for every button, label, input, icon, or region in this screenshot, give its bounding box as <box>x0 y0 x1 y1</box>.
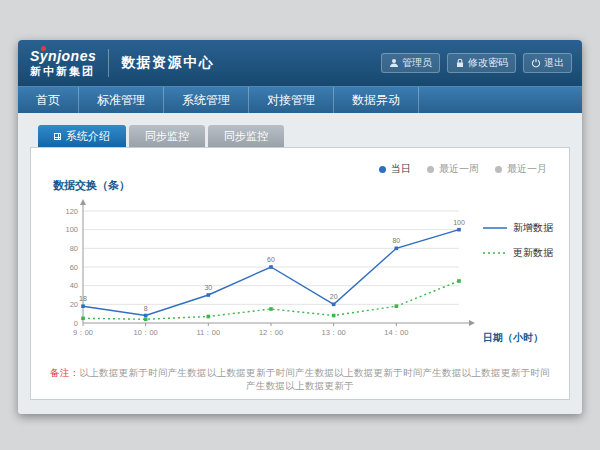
svg-text:11：00: 11：00 <box>197 328 221 337</box>
chart-panel: 当日 最近一周 最近一月 数据交换（条） 0204060801001209：00… <box>30 147 570 400</box>
chart-y-axis-title: 数据交换（条） <box>53 178 553 193</box>
logo-subtitle: 新中新集团 <box>30 66 96 77</box>
change-password-button[interactable]: 修改密码 <box>447 53 516 73</box>
user-icon <box>389 58 399 68</box>
header-actions: 管理员 修改密码 退出 <box>381 53 572 73</box>
nav-item-standard-mgmt[interactable]: 标准管理 <box>79 87 164 113</box>
svg-text:80: 80 <box>70 244 78 253</box>
svg-text:18: 18 <box>79 295 87 302</box>
logout-button[interactable]: 退出 <box>523 53 572 73</box>
header-divider <box>108 49 109 77</box>
svg-text:0: 0 <box>74 319 78 328</box>
line-sample-icon <box>483 248 507 259</box>
filter-last-week[interactable]: 最近一周 <box>427 162 479 176</box>
svg-text:100: 100 <box>65 225 78 234</box>
brand-logo: Synjones 新中新集团 <box>28 49 96 77</box>
logo-star-icon <box>41 46 46 51</box>
chart-wrap: 0204060801001209：0010：0011：0012：0013：001… <box>47 195 477 351</box>
legend-label: 更新数据 <box>513 246 553 260</box>
chart-x-axis-title: 日期（小时） <box>483 331 553 345</box>
tab-system-intro[interactable]: 系统介绍 <box>38 125 126 147</box>
line-chart: 0204060801001209：0010：0011：0012：0013：001… <box>47 195 477 347</box>
power-icon <box>531 58 541 68</box>
svg-text:30: 30 <box>204 284 212 291</box>
filter-last-month-label: 最近一月 <box>507 162 547 176</box>
time-filter-legend: 当日 最近一周 最近一月 <box>47 148 553 176</box>
tab-sync-monitor-1-label: 同步监控 <box>145 129 189 144</box>
tab-sync-monitor-1[interactable]: 同步监控 <box>129 125 205 147</box>
svg-text:9：00: 9：00 <box>73 328 93 337</box>
page-title: 数据资源中心 <box>121 54 214 72</box>
logo-text: Synjones <box>30 49 96 63</box>
tab-sync-monitor-2[interactable]: 同步监控 <box>208 125 284 147</box>
svg-text:8: 8 <box>144 305 148 312</box>
filter-today[interactable]: 当日 <box>379 162 411 176</box>
filter-last-month[interactable]: 最近一月 <box>495 162 547 176</box>
svg-text:80: 80 <box>392 237 400 244</box>
footnote-prefix: 备注： <box>50 367 79 378</box>
filter-today-label: 当日 <box>391 162 411 176</box>
footnote-text: 以上数据更新于时间产生数据以上数据更新于时间产生数据以上数据更新于时间产生数据以… <box>80 367 550 391</box>
tab-sync-monitor-2-label: 同步监控 <box>224 129 268 144</box>
nav-item-home[interactable]: 首页 <box>18 87 79 113</box>
grid-icon <box>54 133 61 140</box>
svg-text:10：00: 10：00 <box>134 328 158 337</box>
svg-text:12：00: 12：00 <box>259 328 283 337</box>
filter-last-week-label: 最近一周 <box>439 162 479 176</box>
change-password-label: 修改密码 <box>468 56 508 70</box>
nav-item-data-change[interactable]: 数据异动 <box>334 87 419 113</box>
legend-item-new-data[interactable]: 新增数据 <box>483 221 553 235</box>
nav-item-integration-mgmt[interactable]: 对接管理 <box>249 87 334 113</box>
tab-bar: 系统介绍 同步监控 同步监控 <box>38 125 570 147</box>
series-legend: 新增数据更新数据日期（小时） <box>477 195 553 351</box>
tab-system-intro-label: 系统介绍 <box>66 129 110 144</box>
content-area: 系统介绍 同步监控 同步监控 当日 最近一周 <box>18 113 582 414</box>
svg-text:20: 20 <box>70 300 78 309</box>
legend-item-updated-data[interactable]: 更新数据 <box>483 246 553 260</box>
logout-label: 退出 <box>544 56 564 70</box>
svg-text:40: 40 <box>70 281 78 290</box>
lock-icon <box>455 58 465 68</box>
line-sample-icon <box>483 223 507 234</box>
svg-text:13：00: 13：00 <box>322 328 346 337</box>
app-header: Synjones 新中新集团 数据资源中心 管理员 修改密码 <box>18 40 582 86</box>
legend-label: 新增数据 <box>513 221 553 235</box>
nav-item-system-mgmt[interactable]: 系统管理 <box>164 87 249 113</box>
admin-user-label: 管理员 <box>402 56 432 70</box>
svg-text:100: 100 <box>453 219 465 226</box>
svg-text:60: 60 <box>267 256 275 263</box>
main-nav: 首页 标准管理 系统管理 对接管理 数据异动 <box>18 86 582 113</box>
svg-text:14：00: 14：00 <box>384 328 408 337</box>
dot-icon <box>495 166 502 173</box>
app-window: Synjones 新中新集团 数据资源中心 管理员 修改密码 <box>18 40 582 414</box>
svg-text:20: 20 <box>330 293 338 300</box>
svg-text:60: 60 <box>70 263 78 272</box>
dot-icon <box>379 166 386 173</box>
dot-icon <box>427 166 434 173</box>
chart-row: 0204060801001209：0010：0011：0012：0013：001… <box>47 195 553 351</box>
admin-user-button[interactable]: 管理员 <box>381 53 440 73</box>
svg-text:120: 120 <box>65 207 78 216</box>
footnote: 备注：以上数据更新于时间产生数据以上数据更新于时间产生数据以上数据更新于时间产生… <box>47 367 553 393</box>
